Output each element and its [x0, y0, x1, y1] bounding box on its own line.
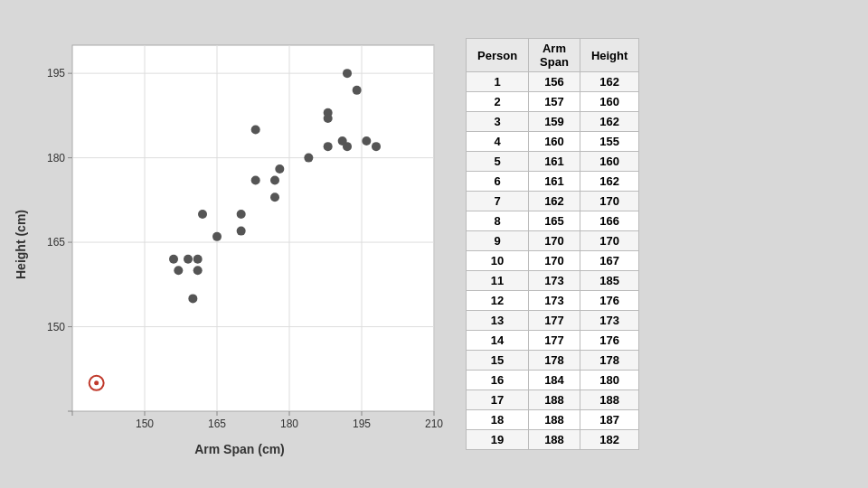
cell-arm_span: 170	[529, 231, 580, 251]
svg-point-56	[372, 142, 381, 151]
cell-person: 14	[467, 331, 529, 351]
table-row: 14177176	[467, 331, 639, 351]
svg-point-34	[184, 255, 193, 264]
cell-person: 9	[467, 231, 529, 251]
svg-text:165: 165	[47, 236, 65, 249]
x-axis-label: Arm Span (cm)	[194, 442, 285, 456]
svg-point-50	[324, 142, 333, 151]
table-row: 6161162	[467, 172, 639, 192]
table-row: 2157160	[467, 92, 639, 112]
cell-height: 173	[580, 311, 638, 331]
col-height: Height	[580, 39, 638, 72]
data-table-container: Person ArmSpan Height 115616221571603159…	[466, 38, 639, 450]
cell-person: 18	[467, 410, 529, 430]
table-row: 16184180	[467, 371, 639, 390]
cell-arm_span: 177	[529, 331, 580, 351]
cell-person: 11	[467, 271, 529, 291]
cell-arm_span: 184	[529, 371, 580, 390]
col-person: Person	[467, 39, 529, 72]
svg-point-52	[343, 142, 352, 151]
svg-point-32	[169, 255, 178, 264]
svg-text:150: 150	[136, 418, 154, 430]
cell-arm_span: 188	[529, 430, 580, 450]
cell-person: 1	[467, 72, 529, 92]
table-row: 17188188	[467, 390, 639, 410]
cell-arm_span: 162	[529, 192, 580, 211]
scatter-plot: 150165180195210150165180195	[32, 32, 448, 438]
cell-height: 178	[580, 351, 638, 371]
svg-text:165: 165	[208, 418, 226, 430]
cell-arm_span: 188	[529, 410, 580, 430]
data-table: Person ArmSpan Height 115616221571603159…	[466, 38, 639, 450]
svg-point-55	[362, 136, 371, 145]
cell-arm_span: 157	[529, 92, 580, 112]
svg-point-44	[270, 192, 279, 202]
y-axis-label: Height (cm)	[14, 210, 28, 279]
cell-height: 155	[580, 132, 638, 152]
cell-arm_span: 159	[529, 112, 580, 132]
cell-person: 12	[467, 291, 529, 311]
cell-height: 170	[580, 231, 638, 251]
svg-text:195: 195	[353, 418, 371, 430]
svg-point-46	[275, 164, 284, 174]
cell-arm_span: 188	[529, 390, 580, 410]
table-row: 9170170	[467, 231, 639, 251]
svg-text:210: 210	[425, 418, 443, 430]
table-row: 7162170	[467, 192, 639, 211]
table-row: 15178178	[467, 351, 639, 371]
cell-height: 162	[580, 72, 638, 92]
cell-arm_span: 173	[529, 291, 580, 311]
cell-height: 162	[580, 172, 638, 192]
cell-person: 5	[467, 152, 529, 172]
table-row: 10170167	[467, 251, 639, 271]
table-row: 5161160	[467, 152, 639, 172]
cell-person: 8	[467, 211, 529, 231]
svg-point-45	[270, 176, 279, 185]
cell-height: 188	[580, 390, 638, 410]
cell-arm_span: 165	[529, 211, 580, 231]
col-arm-span: ArmSpan	[529, 39, 580, 72]
table-row: 3159162	[467, 112, 639, 132]
table-row: 19188182	[467, 430, 639, 450]
table-row: 11173185	[467, 271, 639, 291]
svg-point-39	[212, 232, 222, 241]
cell-person: 15	[467, 351, 529, 371]
cell-person: 13	[467, 311, 529, 331]
svg-point-42	[251, 125, 260, 134]
cell-height: 162	[580, 112, 638, 132]
svg-point-33	[174, 266, 183, 275]
cell-person: 2	[467, 92, 529, 112]
cell-arm_span: 177	[529, 311, 580, 331]
cell-person: 17	[467, 390, 529, 410]
svg-point-35	[188, 294, 197, 303]
cell-arm_span: 160	[529, 132, 580, 152]
svg-point-40	[237, 210, 246, 219]
svg-point-53	[343, 69, 352, 78]
svg-point-43	[251, 176, 260, 185]
cell-person: 16	[467, 371, 529, 390]
cell-height: 160	[580, 152, 638, 172]
cell-height: 187	[580, 410, 638, 430]
cell-person: 10	[467, 251, 529, 271]
cell-height: 160	[580, 92, 638, 112]
cell-height: 167	[580, 251, 638, 271]
chart-container: Height (cm) 150165180195210150165180195 …	[14, 32, 448, 456]
cell-person: 3	[467, 112, 529, 132]
cell-arm_span: 173	[529, 271, 580, 291]
cell-height: 185	[580, 271, 638, 291]
cell-height: 182	[580, 430, 638, 450]
cell-person: 4	[467, 132, 529, 152]
svg-point-31	[94, 380, 99, 385]
svg-point-54	[353, 86, 362, 95]
cell-arm_span: 161	[529, 152, 580, 172]
cell-height: 166	[580, 211, 638, 231]
table-row: 8165166	[467, 211, 639, 231]
svg-point-47	[304, 154, 313, 163]
cell-arm_span: 156	[529, 72, 580, 92]
table-row: 4160155	[467, 132, 639, 152]
svg-point-36	[193, 266, 203, 275]
cell-person: 19	[467, 430, 529, 450]
table-row: 18188187	[467, 410, 639, 430]
svg-point-38	[198, 210, 207, 219]
cell-height: 176	[580, 331, 638, 351]
